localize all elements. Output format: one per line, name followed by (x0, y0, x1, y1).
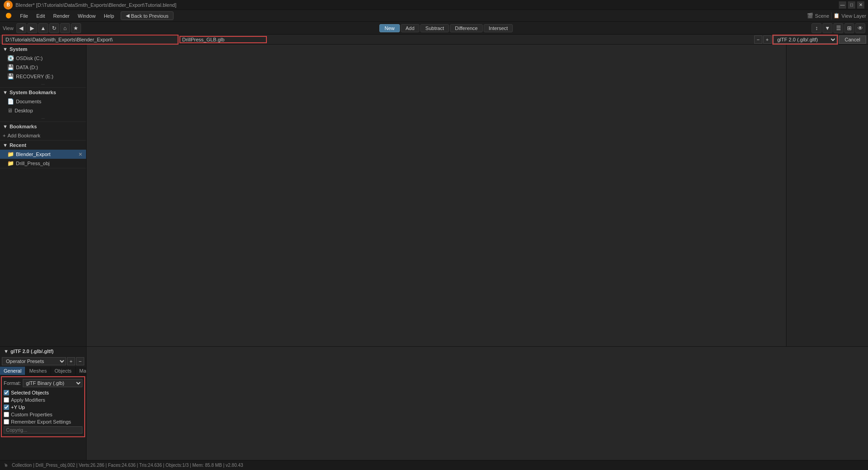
system-chevron-icon: ▼ (3, 46, 8, 52)
filename-input[interactable] (182, 37, 264, 42)
subtract-button[interactable]: Subtract (420, 24, 449, 32)
sidebar-section-system-bookmarks: ▼ System Bookmarks 📄 Documents 🖥 Desktop… (0, 88, 86, 122)
sidebar-item-data[interactable]: 💾 DATA (D:) (0, 63, 86, 72)
document-icon: 📄 (7, 98, 14, 105)
main-layout: ▼ System 💽 OSDisk (C:) 💾 DATA (D:) 💾 REC… (0, 45, 868, 346)
path-plus-button[interactable]: + (763, 35, 771, 44)
panel-header[interactable]: ▼ glTF 2.0 (.glb/.gltf) (0, 347, 86, 356)
sidebar-recent-header[interactable]: ▼ Recent (0, 141, 86, 150)
cancel-button[interactable]: Cancel (839, 35, 866, 44)
right-panel (786, 45, 868, 346)
menu-render[interactable]: Render (50, 12, 73, 20)
drive-icon: 💾 (7, 64, 14, 71)
selected-objects-checkbox[interactable] (4, 390, 9, 395)
bottom-section: ▼ glTF 2.0 (.glb/.gltf) Operator Presets… (0, 346, 868, 460)
tab-meshes[interactable]: Meshes (26, 367, 51, 375)
list-view-icon[interactable]: ☰ (833, 23, 843, 33)
recent-chevron-icon: ▼ (3, 142, 8, 148)
drive-icon: 💽 (7, 55, 14, 61)
sidebar-system-header[interactable]: ▼ System (0, 45, 86, 54)
new-button[interactable]: New (379, 24, 399, 32)
blender-logo-icon: B (4, 0, 13, 10)
menu-edit[interactable]: Edit (33, 12, 49, 20)
sidebar-item-recovery[interactable]: 💾 RECOVERY (E:) (0, 72, 86, 81)
close-button[interactable]: ✕ (857, 1, 864, 9)
nav-forward-button[interactable]: ▶ (27, 23, 37, 33)
apply-modifiers-row: Apply Modifiers (4, 396, 82, 404)
nav-back-button[interactable]: ◀ (16, 23, 26, 33)
maximize-button[interactable]: □ (848, 1, 855, 9)
system-bookmarks-chevron-icon: ▼ (3, 90, 8, 95)
presets-remove-button[interactable]: − (76, 357, 84, 365)
format-selector[interactable]: glTF 2.0 (.glb/.gltf) (773, 35, 837, 44)
tab-objects[interactable]: Objects (51, 367, 76, 375)
hidden-files-icon[interactable]: 👁 (855, 23, 865, 33)
format-selector-wrapper: glTF 2.0 (.glb/.gltf) (773, 35, 837, 44)
nav-home-button[interactable]: ⌂ (60, 23, 70, 33)
grid-view-icon[interactable]: ⊞ (844, 23, 854, 33)
tab-general[interactable]: General (0, 367, 26, 375)
title-bar: B Blender* [D:\Tutorials\DataSmith_Expor… (0, 0, 868, 10)
folder-icon: 📁 (7, 160, 14, 167)
properties-panel: ▼ glTF 2.0 (.glb/.gltf) Operator Presets… (0, 347, 87, 460)
system-scroll-hint: ··· (0, 81, 86, 87)
remember-export-row: Remember Export Settings (4, 418, 82, 425)
path-input[interactable] (4, 36, 177, 43)
scene-icon: 🎬 (807, 13, 813, 19)
status-info: Collection | Drill_Press_obj.002 | Verts… (12, 463, 243, 468)
panel-chevron-icon: ▼ (4, 349, 9, 354)
bookmarks-scroll-hint: ··· (0, 115, 86, 121)
minimize-button[interactable]: — (839, 1, 846, 9)
status-bar: 🖱 Collection | Drill_Press_obj.002 | Ver… (0, 460, 868, 470)
copyright-row (4, 425, 82, 435)
menu-help[interactable]: Help (100, 12, 118, 20)
menu-blender[interactable]: 🟠 (2, 12, 15, 20)
view-label: View (3, 25, 14, 31)
y-up-row: +Y Up (4, 404, 82, 411)
sidebar-item-desktop[interactable]: 🖥 Desktop (0, 106, 86, 115)
nav-bookmark-button[interactable]: ★ (71, 23, 81, 33)
add-button[interactable]: Add (401, 24, 420, 32)
menu-file[interactable]: File (16, 12, 32, 20)
sidebar-item-osdisk[interactable]: 💽 OSDisk (C:) (0, 54, 86, 63)
tabs-row: General Meshes Objects Materi... Anima..… (0, 367, 86, 375)
presets-add-button[interactable]: + (67, 357, 75, 365)
sidebar-section-bookmarks: ▼ Bookmarks + Add Bookmark (0, 122, 86, 141)
tab-materials[interactable]: Materi... (76, 367, 87, 375)
sidebar-item-blender-export[interactable]: 📁 Blender_Export ✕ (0, 150, 86, 159)
sidebar-system-bookmarks-header[interactable]: ▼ System Bookmarks (0, 88, 86, 97)
desktop-icon: 🖥 (7, 107, 13, 114)
settings-box: Format: glTF Binary (.glb) Selected Obje… (1, 376, 85, 437)
back-to-previous-button[interactable]: ◀ Back to Previous (121, 11, 174, 20)
custom-properties-checkbox[interactable] (4, 412, 9, 417)
sort-icon[interactable]: ↕ (812, 23, 822, 33)
sidebar-bookmarks-header[interactable]: ▼ Bookmarks (0, 122, 86, 131)
filter-icon[interactable]: ▼ (822, 23, 832, 33)
format-row: Format: glTF Binary (.glb) (4, 379, 82, 387)
operator-presets-dropdown[interactable]: Operator Presets (2, 357, 66, 365)
nav-refresh-button[interactable]: ↻ (49, 23, 59, 33)
sidebar-section-recent: ▼ Recent 📁 Blender_Export ✕ 📁 Drill_Pres… (0, 141, 86, 168)
difference-button[interactable]: Difference (450, 24, 483, 32)
add-bookmark-button[interactable]: + Add Bookmark (0, 131, 86, 140)
intersect-button[interactable]: Intersect (484, 24, 513, 32)
custom-properties-row: Custom Properties (4, 411, 82, 418)
y-up-checkbox[interactable] (4, 404, 9, 410)
copyright-input[interactable] (4, 426, 82, 434)
menu-bar: 🟠 File Edit Render Window Help ◀ Back to… (0, 10, 868, 22)
remember-export-checkbox[interactable] (4, 419, 9, 425)
file-area (87, 45, 786, 346)
file-grid[interactable] (87, 45, 786, 346)
sidebar-item-documents[interactable]: 📄 Documents (0, 97, 86, 106)
path-minus-button[interactable]: − (754, 35, 762, 44)
sidebar-item-drill-press-obj[interactable]: 📁 Drill_Press_obj (0, 159, 86, 168)
recent-close-icon[interactable]: ✕ (78, 152, 82, 157)
nav-up-button[interactable]: ▲ (38, 23, 48, 33)
menu-window[interactable]: Window (74, 12, 99, 20)
panel-presets: Operator Presets + − (0, 356, 86, 367)
sidebar: ▼ System 💽 OSDisk (C:) 💾 DATA (D:) 💾 REC… (0, 45, 87, 346)
back-icon: ◀ (126, 13, 129, 19)
bottom-file-area (87, 347, 868, 460)
apply-modifiers-checkbox[interactable] (4, 397, 9, 403)
format-dropdown[interactable]: glTF Binary (.glb) (23, 379, 82, 387)
